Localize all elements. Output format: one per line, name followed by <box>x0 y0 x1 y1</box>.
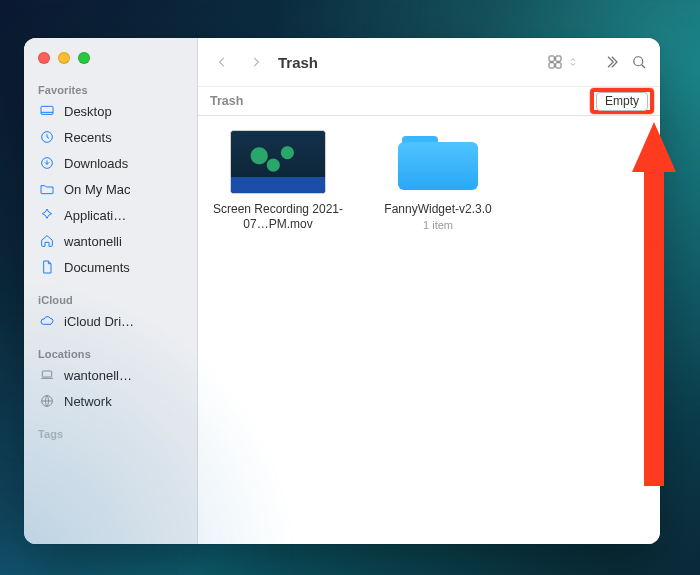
sidebar-section-tags: Tags <box>24 422 197 442</box>
finder-window: Favorites Desktop Recents Downloads On M… <box>24 38 660 544</box>
file-meta: 1 item <box>423 219 453 231</box>
zoom-window-button[interactable] <box>78 52 90 64</box>
back-button[interactable] <box>210 50 234 74</box>
sidebar-item-label: Applicati… <box>64 208 126 223</box>
sidebar-item-label: iCloud Dri… <box>64 314 134 329</box>
sidebar-item-on-my-mac[interactable]: On My Mac <box>30 176 191 202</box>
file-grid[interactable]: Screen Recording 2021-07…PM.mov FannyWid… <box>198 116 660 544</box>
svg-rect-7 <box>549 63 554 68</box>
svg-point-9 <box>634 57 643 66</box>
sidebar-item-label: On My Mac <box>64 182 130 197</box>
svg-rect-5 <box>549 56 554 61</box>
view-switcher[interactable] <box>546 53 578 71</box>
cloud-icon <box>38 312 56 330</box>
sidebar-item-recents[interactable]: Recents <box>30 124 191 150</box>
clock-icon <box>38 128 56 146</box>
svg-point-4 <box>42 396 53 407</box>
folder-icon <box>38 180 56 198</box>
sidebar-item-label: Downloads <box>64 156 128 171</box>
search-button[interactable] <box>630 53 648 71</box>
doc-icon <box>38 258 56 276</box>
svg-rect-0 <box>41 106 53 114</box>
sidebar-scroll: Favorites Desktop Recents Downloads On M… <box>24 78 197 544</box>
window-controls <box>24 48 197 78</box>
folder-thumbnail <box>390 130 486 194</box>
svg-rect-3 <box>42 371 51 377</box>
toolbar-overflow-button[interactable] <box>602 53 620 71</box>
video-thumbnail <box>230 130 326 194</box>
laptop-icon <box>38 366 56 384</box>
sidebar-item-downloads[interactable]: Downloads <box>30 150 191 176</box>
file-name: FannyWidget-v2.3.0 <box>384 202 491 217</box>
close-window-button[interactable] <box>38 52 50 64</box>
sidebar-item-label: Network <box>64 394 112 409</box>
location-label: Trash <box>210 94 243 108</box>
sidebar-item-home[interactable]: wantonelli <box>30 228 191 254</box>
file-item[interactable]: FannyWidget-v2.3.0 1 item <box>370 130 506 231</box>
home-icon <box>38 232 56 250</box>
svg-rect-8 <box>556 63 561 68</box>
sidebar-item-documents[interactable]: Documents <box>30 254 191 280</box>
sidebar: Favorites Desktop Recents Downloads On M… <box>24 38 198 544</box>
sidebar-item-label: Desktop <box>64 104 112 119</box>
desktop-icon <box>38 102 56 120</box>
sidebar-item-label: Documents <box>64 260 130 275</box>
sidebar-section-icloud: iCloud <box>24 288 197 308</box>
sidebar-item-icloud-drive[interactable]: iCloud Dri… <box>30 308 191 334</box>
forward-button[interactable] <box>244 50 268 74</box>
file-name: Screen Recording 2021-07…PM.mov <box>210 202 346 232</box>
sidebar-item-applications[interactable]: Applicati… <box>30 202 191 228</box>
globe-icon <box>38 392 56 410</box>
download-icon <box>38 154 56 172</box>
sidebar-item-network[interactable]: Network <box>30 388 191 414</box>
apps-icon <box>38 206 56 224</box>
sidebar-item-label: wantonell… <box>64 368 132 383</box>
annotation-highlight: Empty <box>590 88 654 114</box>
main-pane: Trash Trash Empty <box>198 38 660 544</box>
sidebar-section-locations: Locations <box>24 342 197 362</box>
path-bar: Trash Empty <box>198 86 660 116</box>
svg-rect-6 <box>556 56 561 61</box>
empty-trash-button[interactable]: Empty <box>596 92 648 111</box>
sidebar-section-favorites: Favorites <box>24 78 197 98</box>
minimize-window-button[interactable] <box>58 52 70 64</box>
sidebar-item-label: Recents <box>64 130 112 145</box>
sidebar-item-desktop[interactable]: Desktop <box>30 98 191 124</box>
window-title: Trash <box>278 54 318 71</box>
toolbar: Trash <box>198 38 660 86</box>
file-item[interactable]: Screen Recording 2021-07…PM.mov <box>210 130 346 232</box>
sidebar-item-this-mac[interactable]: wantonell… <box>30 362 191 388</box>
sidebar-item-label: wantonelli <box>64 234 122 249</box>
